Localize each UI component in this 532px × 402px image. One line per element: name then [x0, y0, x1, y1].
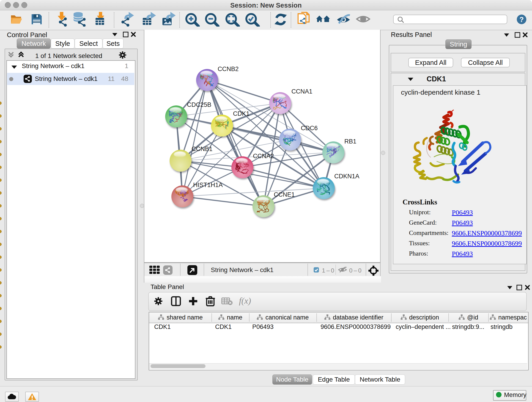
svg-text:CCNB1: CCNB1 — [191, 146, 213, 153]
svg-text:CDC6: CDC6 — [301, 125, 318, 132]
svg-text:CCNE1: CCNE1 — [274, 191, 295, 198]
svg-text:CCNA2: CCNA2 — [253, 153, 274, 160]
svg-text:RB1: RB1 — [344, 138, 356, 145]
svg-text:CDKN1A: CDKN1A — [334, 173, 360, 180]
svg-text:CCNB2: CCNB2 — [218, 65, 239, 72]
svg-text:?: ? — [519, 16, 524, 23]
svg-text:HIST1H1A: HIST1H1A — [193, 182, 223, 188]
svg-text:CDK1: CDK1 — [233, 110, 249, 117]
svg-text:CDC25B: CDC25B — [187, 101, 211, 108]
svg-text:CCNA1: CCNA1 — [291, 88, 312, 95]
